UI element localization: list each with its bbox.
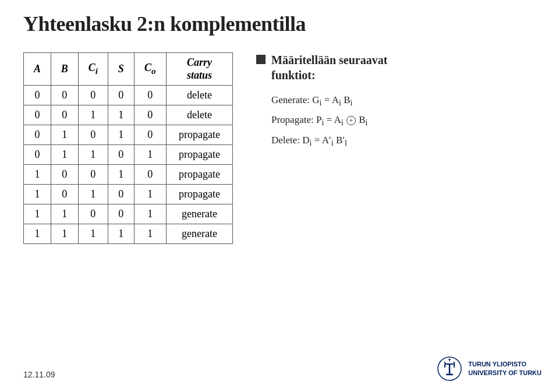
table-row: 0 0 1 1 0 delete <box>24 105 233 125</box>
cell: 1 <box>24 204 51 224</box>
cell: 1 <box>134 224 166 244</box>
cell: 1 <box>134 204 166 224</box>
right-panel: Määritellään seuraavat funktiot: Generat… <box>250 52 536 151</box>
table-row: 0 1 1 0 1 propagate <box>24 145 233 165</box>
cell: 1 <box>24 185 51 204</box>
definitions-list: Generate: Gi = Ai Bi Propagate: Pi = Ai … <box>271 91 536 151</box>
cell-status: propagate <box>166 145 232 165</box>
cell: 1 <box>51 145 78 165</box>
cell: 1 <box>108 165 135 185</box>
cell: 0 <box>78 125 108 145</box>
col-header-S: S <box>108 53 135 86</box>
svg-marker-8 <box>448 359 451 362</box>
table-row: 0 0 0 0 0 delete <box>24 86 233 105</box>
cell-status: generate <box>166 224 232 244</box>
cell: 0 <box>51 105 78 125</box>
cell: 0 <box>78 86 108 105</box>
cell-status: propagate <box>166 185 232 204</box>
cell: 1 <box>134 145 166 165</box>
cell: 0 <box>78 165 108 185</box>
cell: 1 <box>108 105 135 125</box>
cell: 1 <box>108 125 135 145</box>
table-row: 1 0 1 0 1 propagate <box>24 185 233 204</box>
bullet-title-text: Määritellään seuraavat funktiot: <box>271 52 387 83</box>
generate-def: Generate: Gi = Ai Bi <box>271 91 536 111</box>
table-row: 1 1 1 1 1 generate <box>24 224 233 244</box>
slide: Yhteenlasku 2:n komplementilla A B Ci S … <box>0 0 559 392</box>
col-header-Co: Co <box>134 53 166 86</box>
cell: 0 <box>108 145 135 165</box>
cell: 1 <box>51 204 78 224</box>
table-row: 1 0 0 1 0 propagate <box>24 165 233 185</box>
logo-text: TURUN YLIOPISTO UNIVERSITY OF TURKU <box>468 360 542 378</box>
cell: 0 <box>24 125 51 145</box>
cell: 0 <box>24 86 51 105</box>
cell: 1 <box>78 224 108 244</box>
table-row: 1 1 0 0 1 generate <box>24 204 233 224</box>
cell: 0 <box>134 165 166 185</box>
cell-status: delete <box>166 86 232 105</box>
cell: 0 <box>134 86 166 105</box>
col-header-carry-status: Carrystatus <box>166 53 232 86</box>
cell-status: generate <box>166 204 232 224</box>
cell-status: delete <box>166 105 232 125</box>
bullet-icon <box>256 55 266 64</box>
cell: 0 <box>51 185 78 204</box>
cell: 1 <box>78 185 108 204</box>
cell: 0 <box>24 145 51 165</box>
oplus-icon <box>346 116 356 125</box>
cell: 1 <box>51 224 78 244</box>
truth-table: A B Ci S Co Carrystatus 0 0 0 0 0 delete <box>23 52 233 244</box>
cell: 1 <box>51 125 78 145</box>
cell: 1 <box>78 105 108 125</box>
cell: 1 <box>24 224 51 244</box>
slide-title: Yhteenlasku 2:n komplementilla <box>23 12 536 36</box>
cell: 0 <box>78 204 108 224</box>
cell: 0 <box>24 105 51 125</box>
delete-def: Delete: Di = A′i B′l <box>271 131 536 151</box>
col-header-Ci: Ci <box>78 53 108 86</box>
cell: 0 <box>51 86 78 105</box>
cell: 1 <box>78 145 108 165</box>
cell: 0 <box>51 165 78 185</box>
propagate-def: Propagate: Pi = Ai Bi <box>271 111 536 130</box>
university-logo-icon <box>437 356 462 382</box>
cell: 0 <box>108 185 135 204</box>
table-row: 0 1 0 1 0 propagate <box>24 125 233 145</box>
content-area: A B Ci S Co Carrystatus 0 0 0 0 0 delete <box>23 52 536 244</box>
cell: 0 <box>134 105 166 125</box>
cell-status: propagate <box>166 125 232 145</box>
cell: 0 <box>108 86 135 105</box>
date-label: 12.11.09 <box>23 370 55 379</box>
cell: 1 <box>134 185 166 204</box>
cell: 0 <box>134 125 166 145</box>
cell-status: propagate <box>166 165 232 185</box>
bullet-title-block: Määritellään seuraavat funktiot: <box>256 52 536 83</box>
col-header-A: A <box>24 53 51 86</box>
cell: 1 <box>24 165 51 185</box>
cell: 0 <box>108 204 135 224</box>
cell: 1 <box>108 224 135 244</box>
col-header-B: B <box>51 53 78 86</box>
logo-area: TURUN YLIOPISTO UNIVERSITY OF TURKU <box>437 356 542 382</box>
